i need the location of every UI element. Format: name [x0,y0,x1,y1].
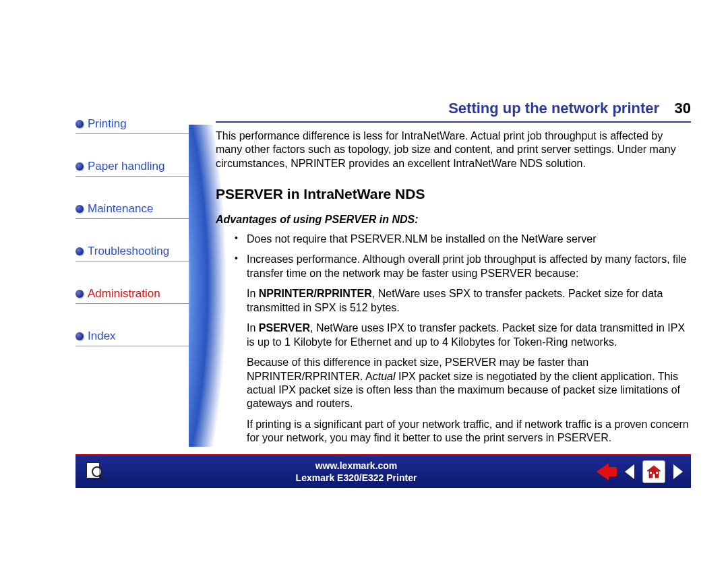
subsection-heading: Advantages of using PSERVER in NDS: [216,213,691,226]
list-item: Does not require that PSERVER.NLM be ins… [235,232,691,246]
footer-url-link[interactable]: www.lexmark.com [315,460,398,471]
nav-label: Paper handling [88,160,164,173]
section-heading: PSERVER in IntraNetWare NDS [216,185,691,204]
home-icon [646,464,662,480]
bullet-icon [75,120,84,128]
svg-rect-2 [656,472,658,474]
footer-left [75,462,116,481]
main-content: This performance difference is less for … [216,129,691,452]
sub-paragraph: If printing is a significant part of you… [247,418,691,445]
bullet-icon [75,332,84,340]
text: In [247,322,259,334]
footer-product: Lexmark E320/E322 Printer [296,472,417,483]
next-page-button[interactable] [671,463,684,480]
nav-administration[interactable]: Administration [75,283,190,304]
nav-label: Troubleshooting [88,245,169,258]
nav-troubleshooting[interactable]: Troubleshooting [75,241,190,261]
page-number: 30 [675,100,691,117]
bullet-icon [75,247,84,255]
sidebar-nav: Printing Paper handling Maintenance Trou… [75,113,190,368]
footer-bar: www.lexmark.com Lexmark E320/E322 Printe… [75,454,691,488]
sub-paragraph: Because of this difference in packet siz… [247,356,691,411]
list-item: Increases performance. Although overall … [235,253,691,280]
search-icon[interactable] [86,462,105,481]
intro-paragraph: This performance difference is less for … [216,129,691,170]
nav-label: Administration [88,287,160,301]
header-title: Setting up the network printer [448,100,659,117]
nav-label: Maintenance [88,202,153,216]
advantages-list: Does not require that PSERVER.NLM be ins… [235,232,691,280]
svg-rect-1 [650,472,652,474]
footer-center: www.lexmark.com Lexmark E320/E322 Printe… [116,460,597,484]
nav-maintenance[interactable]: Maintenance [75,198,190,219]
nav-printing[interactable]: Printing [75,113,190,134]
bullet-icon [75,205,84,213]
text: , NetWare uses IPX to transfer packets. … [247,322,685,347]
italic-text: ctual [373,371,396,382]
bold-text: PSERVER [259,322,310,334]
nav-index[interactable]: Index [75,325,190,346]
footer-right [597,460,691,483]
nav-paper-handling[interactable]: Paper handling [75,156,190,177]
bullet-icon [75,290,84,298]
sub-paragraph: In NPRINTER/RPRINTER, NetWare uses SPX t… [247,287,691,315]
bullet-icon [75,162,84,170]
prev-page-button[interactable] [624,463,637,480]
text: In [247,288,259,299]
svg-marker-0 [647,466,661,478]
nav-label: Index [88,330,116,343]
home-button[interactable] [642,460,665,483]
back-arrow-icon[interactable] [597,463,618,480]
page-header: Setting up the network printer 30 [216,100,691,123]
nav-label: Printing [88,117,127,131]
bold-text: NPRINTER/RPRINTER [259,288,372,299]
sub-paragraph: In PSERVER, NetWare uses IPX to transfer… [247,321,691,349]
